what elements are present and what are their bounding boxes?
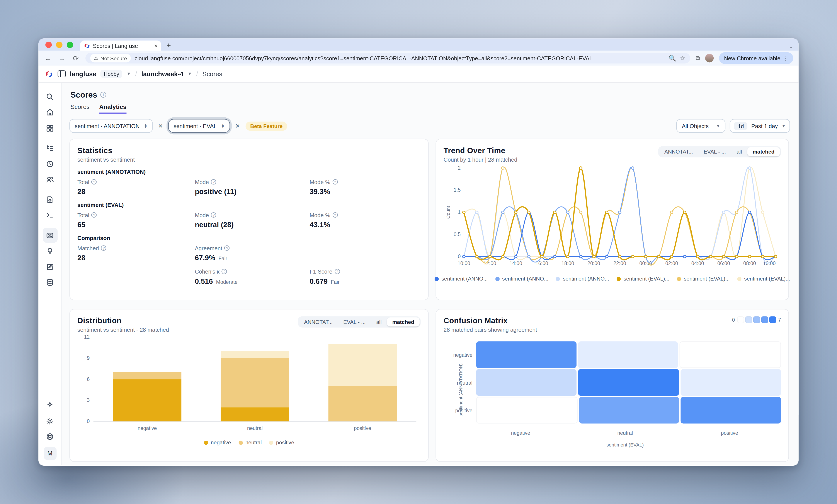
tab-search-chevron-icon[interactable]: ⌄ [783,43,799,51]
browser-tab[interactable]: Scores | Langfuse × [80,40,161,51]
help-icon[interactable] [211,212,216,218]
forward-icon[interactable]: → [57,54,66,62]
svg-text:2: 2 [458,165,461,171]
confusion-cell-positive-neutral[interactable] [579,397,679,424]
score2-select[interactable]: sentiment · EVAL ▲▼ [168,119,230,133]
browser-profile-avatar[interactable] [705,54,714,62]
sessions-clock-icon[interactable] [42,156,57,171]
sidebar-toggle-icon[interactable] [57,70,66,77]
maximize-window-button[interactable] [67,42,73,48]
plan-badge[interactable]: Hobby [101,70,122,78]
datasets-database-icon[interactable] [42,275,57,290]
toggle-option-all[interactable]: all [371,317,387,326]
toggle-option-eval[interactable]: EVAL - ... [698,147,731,156]
confusion-cell-negative-positive[interactable] [680,341,781,368]
trend-line-chart[interactable]: 00.511.52Count10:0012:0014:0016:0018:002… [444,163,781,270]
ask-ai-sparkle-icon[interactable] [42,398,57,413]
confusion-cell-neutral-positive[interactable] [680,369,781,396]
new-tab-button[interactable]: + [161,41,176,51]
help-icon[interactable] [101,245,106,251]
toggle-option-all[interactable]: all [731,147,747,156]
distribution-series-toggle[interactable]: ANNOTAT...EVAL - ...allmatched [298,316,421,328]
org-name[interactable]: langfuse [70,70,96,77]
confusion-y-axis-label: sentiment (ANNOTATION) [444,341,450,425]
tracing-icon[interactable] [42,141,57,155]
help-icon[interactable] [222,269,227,274]
confusion-row-label: negative [450,352,476,358]
toggle-option-matched[interactable]: matched [747,147,780,156]
dashboard-icon[interactable] [42,120,57,135]
help-icon[interactable] [335,269,340,274]
svg-text:04:00: 04:00 [691,261,704,266]
trend-series-toggle[interactable]: ANNOTAT...EVAL - ...allmatched [658,146,781,157]
info-icon[interactable]: i [101,92,106,98]
url-bar[interactable]: ⚠ Not Secure cloud.langfuse.com/project/… [86,53,690,63]
kebab-menu-icon[interactable]: ⋮ [783,55,788,61]
project-name[interactable]: launchweek-4 [141,70,183,77]
confusion-cell-positive-positive[interactable] [681,397,781,424]
home-icon[interactable] [42,105,57,120]
help-icon[interactable] [91,212,96,218]
desktop: Scores | Langfuse × + ⌄ ← → ⟳ ⚠ Not Secu… [0,0,837,504]
confusion-cell-neutral-negative[interactable] [476,369,576,396]
extensions-icon[interactable]: ⧉ [696,55,700,62]
chevron-down-icon: ▼ [716,124,720,128]
svg-text:02:00: 02:00 [665,261,678,266]
object-type-select[interactable]: All Objects ▼ [677,119,726,133]
help-icon[interactable] [333,212,338,218]
help-icon[interactable] [333,179,338,185]
toggle-option-matched[interactable]: matched [387,317,420,326]
svg-text:18:00: 18:00 [562,261,574,266]
tab-analytics[interactable]: Analytics [99,104,126,114]
help-icon[interactable] [91,179,96,185]
confusion-cell-neutral-neutral[interactable] [578,369,679,396]
playground-terminal-icon[interactable] [42,208,57,223]
window-controls[interactable] [38,42,80,51]
stat-annotation-total: Total 28 [77,179,195,195]
range-chip: 1d [734,122,748,130]
updown-chevron-icon: ▲▼ [221,124,225,128]
distribution-bar-chart[interactable]: 036912negativeneutralpositive [77,333,421,434]
url-text[interactable]: cloud.langfuse.com/project/cmhnuoj660007… [135,55,665,61]
tab-scores[interactable]: Scores [70,104,90,114]
remove-score1-icon[interactable]: ✕ [157,123,164,129]
stat-eval-mode-pct: Mode % 43.1% [309,212,421,229]
remove-score2-icon[interactable]: ✕ [234,123,241,129]
security-chip[interactable]: ⚠ Not Secure [90,54,131,62]
confusion-cell-negative-negative[interactable] [476,341,576,368]
users-icon[interactable] [42,172,57,187]
svg-text:06:00: 06:00 [717,261,730,266]
bookmark-star-icon[interactable]: ☆ [680,54,685,62]
score1-select[interactable]: sentiment · ANNOTATION ▲▼ [69,119,153,133]
evaluation-lightbulb-icon[interactable] [42,243,57,259]
support-lifebuoy-icon[interactable] [42,429,57,444]
prompts-file-icon[interactable] [42,192,57,207]
legend-dot-icon [737,277,742,281]
close-window-button[interactable] [45,42,52,48]
confusion-cell-negative-neutral[interactable] [578,341,678,368]
back-icon[interactable]: ← [44,54,52,62]
help-icon[interactable] [211,179,216,185]
user-avatar[interactable]: M [43,447,56,460]
scores-icon[interactable] [42,228,57,243]
chrome-update-button[interactable]: New Chrome available ⋮ [719,52,794,64]
confusion-cell-positive-negative[interactable] [476,397,577,424]
settings-gear-icon[interactable] [42,413,57,428]
scale-swatch [745,316,752,323]
date-range-select[interactable]: 1d Past 1 day ▼ [730,119,790,133]
toggle-option-annotat[interactable]: ANNOTAT... [299,317,338,326]
close-tab-icon[interactable]: × [154,42,158,49]
toggle-option-eval[interactable]: EVAL - ... [338,317,371,326]
project-chevron-icon[interactable]: ▼ [188,71,192,76]
help-icon[interactable] [224,245,230,251]
zoom-page-icon[interactable]: 🔍 [669,54,676,62]
org-chevron-icon[interactable]: ▼ [127,71,131,76]
minimize-window-button[interactable] [56,42,63,48]
legend-dot-icon [238,441,243,445]
stat-eval-mode: Mode neutral (28) [195,212,310,229]
annotation-clipboard-icon[interactable] [42,259,57,274]
reload-icon[interactable]: ⟳ [71,54,80,62]
toggle-option-annotat[interactable]: ANNOTAT... [659,147,698,156]
statistics-card: Statistics sentiment vs sentiment sentim… [69,139,429,300]
search-icon[interactable] [42,89,57,104]
